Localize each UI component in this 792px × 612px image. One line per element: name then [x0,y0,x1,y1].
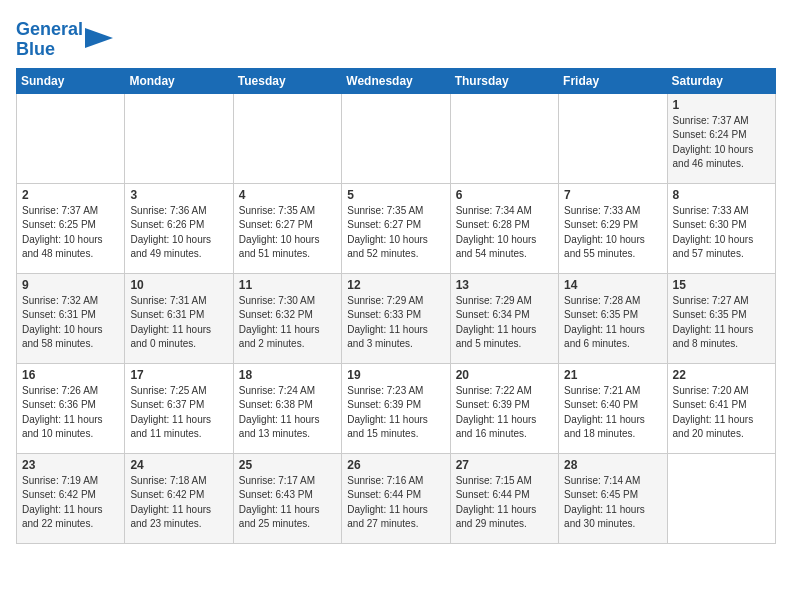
cell-info: Sunrise: 7:18 AM Sunset: 6:42 PM Dayligh… [130,474,227,532]
calendar-cell: 21Sunrise: 7:21 AM Sunset: 6:40 PM Dayli… [559,363,667,453]
cell-info: Sunrise: 7:32 AM Sunset: 6:31 PM Dayligh… [22,294,119,352]
cell-info: Sunrise: 7:14 AM Sunset: 6:45 PM Dayligh… [564,474,661,532]
cell-info: Sunrise: 7:35 AM Sunset: 6:27 PM Dayligh… [239,204,336,262]
calendar-cell: 3Sunrise: 7:36 AM Sunset: 6:26 PM Daylig… [125,183,233,273]
logo-text: GeneralBlue [16,20,83,60]
day-number: 19 [347,368,444,382]
calendar-cell: 9Sunrise: 7:32 AM Sunset: 6:31 PM Daylig… [17,273,125,363]
weekday-header: Wednesday [342,68,450,93]
calendar-cell: 12Sunrise: 7:29 AM Sunset: 6:33 PM Dayli… [342,273,450,363]
calendar-cell: 22Sunrise: 7:20 AM Sunset: 6:41 PM Dayli… [667,363,775,453]
day-number: 17 [130,368,227,382]
cell-info: Sunrise: 7:35 AM Sunset: 6:27 PM Dayligh… [347,204,444,262]
calendar-cell [450,93,558,183]
cell-info: Sunrise: 7:27 AM Sunset: 6:35 PM Dayligh… [673,294,770,352]
day-number: 27 [456,458,553,472]
cell-info: Sunrise: 7:34 AM Sunset: 6:28 PM Dayligh… [456,204,553,262]
day-number: 13 [456,278,553,292]
calendar-table: SundayMondayTuesdayWednesdayThursdayFrid… [16,68,776,544]
weekday-header: Sunday [17,68,125,93]
cell-info: Sunrise: 7:15 AM Sunset: 6:44 PM Dayligh… [456,474,553,532]
cell-info: Sunrise: 7:22 AM Sunset: 6:39 PM Dayligh… [456,384,553,442]
calendar-cell [233,93,341,183]
cell-info: Sunrise: 7:33 AM Sunset: 6:30 PM Dayligh… [673,204,770,262]
logo: GeneralBlue [16,20,113,60]
calendar-cell: 16Sunrise: 7:26 AM Sunset: 6:36 PM Dayli… [17,363,125,453]
day-number: 18 [239,368,336,382]
calendar-cell: 24Sunrise: 7:18 AM Sunset: 6:42 PM Dayli… [125,453,233,543]
page-header: GeneralBlue [16,16,776,60]
cell-info: Sunrise: 7:23 AM Sunset: 6:39 PM Dayligh… [347,384,444,442]
calendar-cell: 26Sunrise: 7:16 AM Sunset: 6:44 PM Dayli… [342,453,450,543]
cell-info: Sunrise: 7:37 AM Sunset: 6:25 PM Dayligh… [22,204,119,262]
day-number: 14 [564,278,661,292]
weekday-header: Saturday [667,68,775,93]
calendar-cell: 23Sunrise: 7:19 AM Sunset: 6:42 PM Dayli… [17,453,125,543]
day-number: 12 [347,278,444,292]
calendar-cell [342,93,450,183]
weekday-header: Monday [125,68,233,93]
calendar-cell: 11Sunrise: 7:30 AM Sunset: 6:32 PM Dayli… [233,273,341,363]
calendar-cell: 5Sunrise: 7:35 AM Sunset: 6:27 PM Daylig… [342,183,450,273]
cell-info: Sunrise: 7:28 AM Sunset: 6:35 PM Dayligh… [564,294,661,352]
day-number: 15 [673,278,770,292]
calendar-cell: 8Sunrise: 7:33 AM Sunset: 6:30 PM Daylig… [667,183,775,273]
cell-info: Sunrise: 7:25 AM Sunset: 6:37 PM Dayligh… [130,384,227,442]
calendar-cell: 6Sunrise: 7:34 AM Sunset: 6:28 PM Daylig… [450,183,558,273]
cell-info: Sunrise: 7:16 AM Sunset: 6:44 PM Dayligh… [347,474,444,532]
calendar-cell: 10Sunrise: 7:31 AM Sunset: 6:31 PM Dayli… [125,273,233,363]
day-number: 8 [673,188,770,202]
day-number: 24 [130,458,227,472]
calendar-cell [125,93,233,183]
day-number: 23 [22,458,119,472]
weekday-header: Tuesday [233,68,341,93]
cell-info: Sunrise: 7:21 AM Sunset: 6:40 PM Dayligh… [564,384,661,442]
calendar-cell: 27Sunrise: 7:15 AM Sunset: 6:44 PM Dayli… [450,453,558,543]
calendar-cell: 1Sunrise: 7:37 AM Sunset: 6:24 PM Daylig… [667,93,775,183]
day-number: 16 [22,368,119,382]
calendar-cell: 2Sunrise: 7:37 AM Sunset: 6:25 PM Daylig… [17,183,125,273]
day-number: 28 [564,458,661,472]
day-number: 20 [456,368,553,382]
cell-info: Sunrise: 7:20 AM Sunset: 6:41 PM Dayligh… [673,384,770,442]
calendar-cell: 13Sunrise: 7:29 AM Sunset: 6:34 PM Dayli… [450,273,558,363]
calendar-cell: 25Sunrise: 7:17 AM Sunset: 6:43 PM Dayli… [233,453,341,543]
logo-icon [85,28,113,48]
cell-info: Sunrise: 7:19 AM Sunset: 6:42 PM Dayligh… [22,474,119,532]
cell-info: Sunrise: 7:26 AM Sunset: 6:36 PM Dayligh… [22,384,119,442]
day-number: 2 [22,188,119,202]
calendar-cell: 17Sunrise: 7:25 AM Sunset: 6:37 PM Dayli… [125,363,233,453]
cell-info: Sunrise: 7:37 AM Sunset: 6:24 PM Dayligh… [673,114,770,172]
day-number: 10 [130,278,227,292]
day-number: 4 [239,188,336,202]
day-number: 22 [673,368,770,382]
calendar-cell: 4Sunrise: 7:35 AM Sunset: 6:27 PM Daylig… [233,183,341,273]
day-number: 25 [239,458,336,472]
calendar-cell: 14Sunrise: 7:28 AM Sunset: 6:35 PM Dayli… [559,273,667,363]
calendar-cell: 28Sunrise: 7:14 AM Sunset: 6:45 PM Dayli… [559,453,667,543]
day-number: 1 [673,98,770,112]
calendar-cell: 7Sunrise: 7:33 AM Sunset: 6:29 PM Daylig… [559,183,667,273]
cell-info: Sunrise: 7:24 AM Sunset: 6:38 PM Dayligh… [239,384,336,442]
cell-info: Sunrise: 7:17 AM Sunset: 6:43 PM Dayligh… [239,474,336,532]
cell-info: Sunrise: 7:31 AM Sunset: 6:31 PM Dayligh… [130,294,227,352]
day-number: 7 [564,188,661,202]
day-number: 11 [239,278,336,292]
calendar-cell: 19Sunrise: 7:23 AM Sunset: 6:39 PM Dayli… [342,363,450,453]
cell-info: Sunrise: 7:29 AM Sunset: 6:33 PM Dayligh… [347,294,444,352]
day-number: 6 [456,188,553,202]
calendar-cell [559,93,667,183]
day-number: 9 [22,278,119,292]
svg-marker-0 [85,28,113,48]
calendar-cell [667,453,775,543]
day-number: 3 [130,188,227,202]
calendar-cell: 15Sunrise: 7:27 AM Sunset: 6:35 PM Dayli… [667,273,775,363]
cell-info: Sunrise: 7:33 AM Sunset: 6:29 PM Dayligh… [564,204,661,262]
weekday-header: Friday [559,68,667,93]
calendar-cell: 18Sunrise: 7:24 AM Sunset: 6:38 PM Dayli… [233,363,341,453]
day-number: 21 [564,368,661,382]
day-number: 5 [347,188,444,202]
cell-info: Sunrise: 7:30 AM Sunset: 6:32 PM Dayligh… [239,294,336,352]
calendar-cell: 20Sunrise: 7:22 AM Sunset: 6:39 PM Dayli… [450,363,558,453]
cell-info: Sunrise: 7:29 AM Sunset: 6:34 PM Dayligh… [456,294,553,352]
